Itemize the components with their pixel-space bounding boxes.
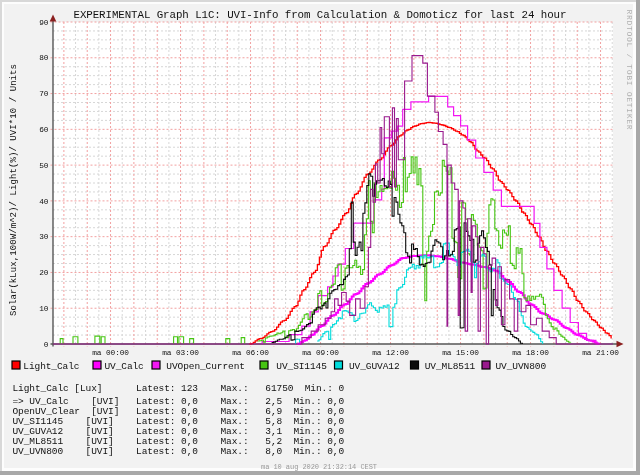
svg-text:UV_GUVA12: UV_GUVA12 [349,361,400,372]
svg-text:ma 06:00: ma 06:00 [232,349,269,357]
svg-text:UVOpen_Current: UVOpen_Current [166,361,245,372]
svg-text:UV_SI1145: UV_SI1145 [276,361,327,372]
svg-text:Light_Calc: Light_Calc [23,361,79,372]
svg-text:0: 0 [44,341,49,349]
svg-text:UV_ML8511: UV_ML8511 [425,361,476,372]
svg-text:UV_Calc: UV_Calc [105,361,145,372]
svg-text:30: 30 [39,233,49,241]
svg-text:Light_Calc [Lux] Latest:: Light_Calc [Lux] Latest: 123 Max.: 61750… [13,383,345,394]
svg-text:70: 70 [39,90,49,98]
svg-text:RRDTOOL / TOBI OETIKER: RRDTOOL / TOBI OETIKER [625,10,634,130]
svg-text:40: 40 [39,198,49,206]
svg-text:60: 60 [39,126,49,134]
svg-text:ma 21:00: ma 21:00 [582,349,619,357]
svg-text:EXPERIMENTAL Graph L1C: UVI-In: EXPERIMENTAL Graph L1C: UVI-Info from Ca… [74,9,567,21]
svg-text:Solar(kLux,100W/m^2)/ Light(%): Solar(kLux,100W/m^2)/ Light(%)/ UVI*10 /… [9,64,19,316]
svg-text:80: 80 [39,54,49,62]
svg-text:50: 50 [39,162,49,170]
svg-text:UV_UVN800: UV_UVN800 [496,361,547,372]
svg-text:ma 12:00: ma 12:00 [372,349,409,357]
svg-text:ma 10 aug 2020 21:32:14 CEST: ma 10 aug 2020 21:32:14 CEST [261,463,377,471]
svg-text:ma 18:00: ma 18:00 [512,349,549,357]
svg-text:ma 03:00: ma 03:00 [162,349,199,357]
svg-text:90: 90 [39,19,49,27]
svg-text:ma 15:00: ma 15:00 [442,349,479,357]
svg-text:20: 20 [39,269,49,277]
svg-text:ma 09:00: ma 09:00 [302,349,339,357]
svg-text:UV_UVN800 [UVI] Latest:: UV_UVN800 [UVI] Latest: 0,0 Max.: 8,0 Mi… [13,446,345,457]
svg-text:10: 10 [39,305,49,313]
svg-text:ma 00:00: ma 00:00 [92,349,129,357]
